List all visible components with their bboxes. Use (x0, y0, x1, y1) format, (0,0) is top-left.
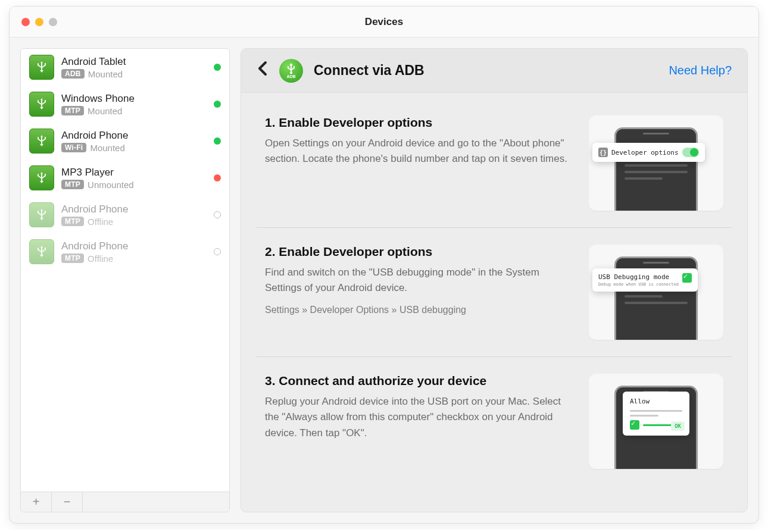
adb-badge-text: ADB (286, 74, 295, 79)
device-row[interactable]: Android PhoneMTPOffline (21, 233, 229, 270)
instruction-step: 3. Connect and authorize your deviceRepl… (257, 357, 732, 486)
status-dot-icon (214, 248, 221, 255)
braces-icon: {} (598, 148, 608, 157)
device-drive-icon (29, 129, 54, 154)
ok-button-illustration: OK (671, 421, 685, 431)
step-title: 3. Connect and authorize your device (265, 374, 572, 388)
status-dot-icon (214, 211, 221, 218)
remove-device-button[interactable]: − (52, 492, 83, 512)
toggle-on-icon (682, 148, 699, 157)
device-status: Mounted (88, 69, 123, 79)
device-info: MP3 PlayerMTPUnmounted (61, 167, 207, 190)
back-button[interactable] (257, 60, 269, 81)
device-subline: MTPUnmounted (61, 180, 207, 190)
device-status: Mounted (90, 143, 124, 153)
device-status: Unmounted (88, 180, 134, 190)
device-name: Windows Phone (61, 93, 207, 105)
device-subline: ADBMounted (61, 69, 207, 79)
instruction-step: 2. Enable Developer optionsFind and swit… (257, 228, 732, 357)
device-protocol-badge: MTP (61, 254, 84, 263)
device-info: Android PhoneMTPOffline (61, 204, 207, 227)
device-row[interactable]: Android TabletADBMounted (21, 49, 229, 86)
device-row[interactable]: Android PhoneMTPOffline (21, 196, 229, 233)
step-description: Open Settings on your Android device and… (265, 136, 572, 167)
device-status: Offline (88, 254, 113, 264)
zoom-window-button[interactable] (49, 18, 57, 26)
device-name: Android Phone (61, 204, 207, 215)
overlay-sublabel: Debug mode when USB is connected (598, 282, 679, 287)
device-info: Android PhoneMTPOffline (61, 240, 207, 264)
device-info: Windows PhoneMTPMounted (61, 93, 207, 116)
sidebar-footer: + − (21, 492, 229, 512)
device-drive-icon (29, 55, 54, 80)
step-title: 2. Enable Developer options (265, 245, 572, 259)
close-window-button[interactable] (21, 18, 30, 26)
status-dot-icon (214, 137, 221, 145)
footer-spacer (83, 492, 229, 512)
window-chrome: Devices Android TabletADBMountedWindows … (9, 6, 759, 524)
device-protocol-badge: MTP (61, 106, 84, 115)
device-drive-icon (29, 202, 54, 227)
device-list: Android TabletADBMountedWindows PhoneMTP… (21, 49, 229, 492)
device-subline: MTPOffline (61, 254, 207, 264)
overlay-label: USB Debugging mode (598, 273, 679, 281)
device-status: Offline (88, 217, 113, 227)
window-title: Devices (365, 16, 403, 28)
device-row[interactable]: Android PhoneWi-FiMounted (21, 123, 229, 159)
phone-illustration (614, 127, 698, 211)
device-protocol-badge: ADB (61, 69, 85, 79)
add-device-button[interactable]: + (21, 492, 52, 512)
device-info: Android TabletADBMounted (61, 56, 207, 79)
step-visual: AllowOK (589, 374, 723, 469)
status-dot-icon (214, 174, 221, 181)
device-subline: MTPOffline (61, 217, 207, 227)
device-protocol-badge: Wi-Fi (61, 143, 86, 152)
device-drive-icon (29, 92, 54, 117)
page-title: Connect via ADB (314, 62, 658, 79)
device-protocol-badge: MTP (61, 217, 84, 226)
overlay-usb-debugging: USB Debugging modeDebug mode when USB is… (592, 268, 698, 292)
step-visual: {}Developer options (589, 115, 723, 211)
content-area: Android TabletADBMountedWindows PhoneMTP… (10, 37, 758, 523)
device-drive-icon (29, 165, 54, 190)
device-subline: MTPMounted (61, 106, 207, 116)
checkbox-on-icon (682, 273, 692, 283)
step-text: 1. Enable Developer optionsOpen Settings… (265, 115, 572, 211)
step-description: Find and switch on the "USB debugging mo… (265, 265, 572, 296)
steps-container: 1. Enable Developer optionsOpen Settings… (241, 93, 747, 512)
step-text: 2. Enable Developer optionsFind and swit… (265, 245, 572, 340)
usb-icon (287, 63, 295, 74)
status-dot-icon (214, 101, 221, 108)
minimize-window-button[interactable] (35, 18, 43, 26)
device-subline: Wi-FiMounted (61, 143, 207, 153)
device-name: Android Phone (61, 240, 207, 252)
step-visual: AllowUSB Debugging modeDebug mode when U… (589, 245, 723, 340)
main-header: ADB Connect via ADB Need Help? (241, 49, 747, 93)
titlebar: Devices (10, 7, 758, 37)
status-dot-icon (214, 64, 221, 71)
overlay-label: Developer options (611, 149, 679, 157)
device-protocol-badge: MTP (61, 180, 84, 189)
step-title: 1. Enable Developer options (265, 115, 572, 130)
instruction-step: 1. Enable Developer optionsOpen Settings… (257, 99, 732, 228)
device-name: Android Phone (61, 130, 207, 142)
step-description: Replug your Android device into the USB … (265, 394, 572, 441)
dialog-title: Allow (630, 398, 682, 405)
device-name: MP3 Player (61, 167, 207, 179)
checkbox-on-icon (630, 420, 639, 430)
help-link[interactable]: Need Help? (669, 64, 732, 77)
overlay-allow-dialog: AllowOK (623, 392, 689, 436)
device-info: Android PhoneWi-FiMounted (61, 130, 207, 153)
main-panel: ADB Connect via ADB Need Help? 1. Enable… (241, 48, 748, 512)
adb-icon: ADB (279, 59, 303, 83)
step-text: 3. Connect and authorize your deviceRepl… (265, 374, 572, 469)
traffic-lights (21, 18, 57, 26)
device-status: Mounted (88, 106, 122, 116)
step-breadcrumb-path: Settings » Developer Options » USB debug… (265, 305, 572, 315)
device-row[interactable]: Windows PhoneMTPMounted (21, 86, 229, 123)
device-drive-icon (29, 239, 54, 264)
device-sidebar: Android TabletADBMountedWindows PhoneMTP… (20, 48, 230, 512)
device-name: Android Tablet (61, 56, 207, 68)
chevron-left-icon (257, 60, 269, 77)
device-row[interactable]: MP3 PlayerMTPUnmounted (21, 159, 229, 196)
